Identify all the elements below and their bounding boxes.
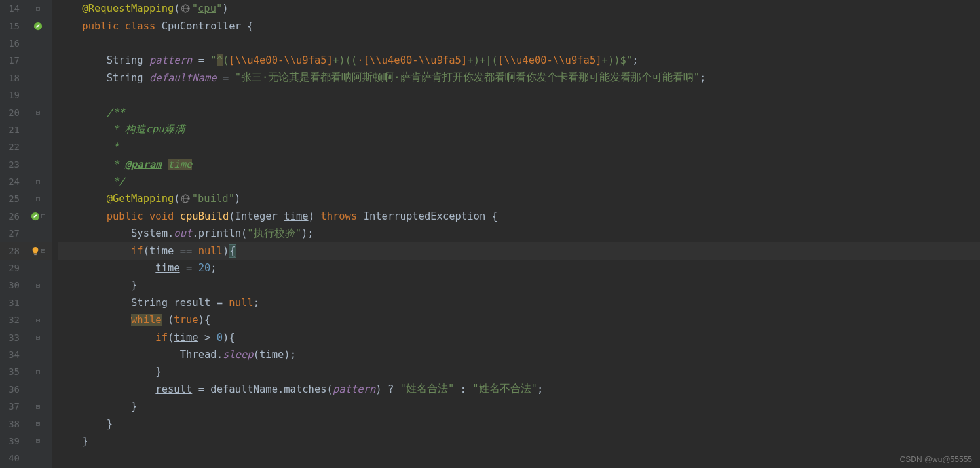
- fold-end-icon[interactable]: ⊟: [36, 368, 41, 376]
- fold-collapse-icon[interactable]: ⊟: [36, 5, 41, 13]
- code-token: +)((: [333, 54, 357, 66]
- gutter-row: 35⊟: [0, 363, 52, 380]
- fold-end-icon[interactable]: ⊟: [36, 437, 41, 445]
- fold-end-icon[interactable]: ⊟: [36, 402, 41, 411]
- code-token: "张三·无论其是看都看呐阿斯顿啊·萨肯萨肯打开你发都看啊看你发个卡看那可能发看那…: [235, 71, 700, 85]
- code-line[interactable]: [58, 87, 980, 104]
- code-token: ): [223, 245, 229, 257]
- line-number[interactable]: 25: [0, 193, 24, 204]
- fold-collapse-icon[interactable]: ⊟: [36, 316, 41, 324]
- code-token: ": [216, 3, 222, 14]
- code-token: * 构造cpu爆满: [113, 123, 185, 136]
- gutter-row: 21: [0, 121, 52, 138]
- fold-collapse-icon[interactable]: ⊟: [36, 195, 41, 203]
- code-token: =: [210, 297, 229, 309]
- line-number[interactable]: 23: [0, 159, 24, 170]
- code-token: [58, 245, 131, 257]
- code-line[interactable]: result = defaultName.matches(pattern) ? …: [58, 381, 980, 398]
- code-line[interactable]: }: [58, 277, 980, 294]
- fold-end-icon[interactable]: ⊟: [36, 419, 41, 428]
- code-line[interactable]: @RequestMapping("cpu"): [58, 0, 980, 17]
- url-globe-icon[interactable]: [181, 193, 191, 204]
- line-number[interactable]: 39: [0, 436, 24, 446]
- code-line[interactable]: public void cpuBuild(Integer time) throw…: [58, 208, 980, 225]
- code-line[interactable]: }: [58, 363, 980, 380]
- code-line[interactable]: public class CpuController {: [58, 17, 980, 34]
- spring-icon[interactable]: [33, 22, 43, 31]
- line-number[interactable]: 35: [0, 366, 24, 377]
- code-token: time: [259, 349, 284, 361]
- code-line[interactable]: String pattern = "^([\\u4e00-\\u9fa5]+)(…: [58, 52, 980, 69]
- line-number[interactable]: 14: [0, 3, 24, 14]
- line-number[interactable]: 21: [0, 125, 24, 135]
- gutter-icons: ⊟: [24, 402, 52, 411]
- fold-collapse-icon[interactable]: ⊟: [41, 246, 46, 255]
- code-line[interactable]: }: [58, 433, 980, 450]
- code-token: if: [155, 332, 168, 343]
- fold-collapse-icon[interactable]: ⊟: [41, 212, 46, 220]
- line-number[interactable]: 17: [0, 55, 24, 66]
- gutter-icons: ⊟: [24, 368, 52, 376]
- code-line[interactable]: }: [58, 415, 980, 432]
- code-line[interactable]: [58, 450, 980, 467]
- line-number[interactable]: 30: [0, 280, 24, 290]
- line-number[interactable]: 19: [0, 90, 24, 100]
- line-number[interactable]: 29: [0, 263, 24, 273]
- intention-bulb-icon[interactable]: [31, 246, 40, 256]
- line-number[interactable]: 33: [0, 332, 24, 343]
- code-line[interactable]: *: [58, 138, 980, 155]
- code-line[interactable]: */: [58, 173, 980, 190]
- code-line[interactable]: /**: [58, 104, 980, 121]
- code-token: 0: [217, 332, 223, 343]
- line-number[interactable]: 22: [0, 142, 24, 152]
- line-number[interactable]: 38: [0, 419, 24, 429]
- line-number[interactable]: 15: [0, 21, 24, 31]
- line-number[interactable]: 37: [0, 401, 24, 412]
- fold-collapse-icon[interactable]: ⊟: [36, 333, 41, 341]
- line-number[interactable]: 20: [0, 107, 24, 118]
- gutter-row: 18: [0, 69, 52, 87]
- code-line[interactable]: while (true){: [58, 311, 980, 328]
- line-number[interactable]: 28: [0, 246, 24, 256]
- code-line[interactable]: if(time > 0){: [58, 328, 980, 345]
- spring-icon[interactable]: [31, 212, 40, 221]
- line-number[interactable]: 40: [0, 453, 24, 463]
- code-token: :: [454, 383, 472, 395]
- code-line[interactable]: }: [58, 398, 980, 415]
- fold-collapse-icon[interactable]: ⊟: [36, 108, 41, 117]
- line-number[interactable]: 32: [0, 315, 24, 325]
- gutter-row: 37⊟: [0, 398, 52, 415]
- code-line[interactable]: * 构造cpu爆满: [58, 121, 980, 138]
- url-globe-icon[interactable]: [181, 3, 191, 14]
- code-line[interactable]: @GetMapping("build"): [58, 190, 980, 207]
- code-line[interactable]: String result = null;: [58, 294, 980, 311]
- code-area[interactable]: @RequestMapping("cpu") public class CpuC…: [52, 0, 980, 468]
- code-line[interactable]: * @param time: [58, 156, 980, 173]
- code-token: [58, 3, 82, 14]
- gutter-row: 27: [0, 225, 52, 242]
- line-number[interactable]: 16: [0, 38, 24, 49]
- code-line[interactable]: Thread.sleep(time);: [58, 346, 980, 363]
- code-token: null: [229, 297, 253, 309]
- code-line[interactable]: if(time == null){: [58, 242, 980, 259]
- line-number[interactable]: 26: [0, 211, 24, 222]
- code-line[interactable]: [58, 35, 980, 52]
- fold-end-icon[interactable]: ⊟: [36, 178, 41, 186]
- code-token: build: [198, 193, 229, 205]
- code-token: =: [217, 72, 235, 84]
- gutter-icons: ⊟: [24, 281, 52, 290]
- code-token: (: [162, 314, 174, 326]
- line-number[interactable]: 27: [0, 228, 24, 239]
- code-token: ): [309, 210, 321, 222]
- fold-end-icon[interactable]: ⊟: [36, 281, 41, 290]
- code-token: *: [113, 141, 119, 153]
- line-number[interactable]: 34: [0, 349, 24, 360]
- line-number[interactable]: 24: [0, 176, 24, 187]
- line-number[interactable]: 18: [0, 73, 24, 83]
- code-line[interactable]: System.out.println("执行校验");: [58, 225, 980, 242]
- line-number[interactable]: 31: [0, 298, 24, 308]
- code-token: (: [254, 349, 259, 361]
- line-number[interactable]: 36: [0, 384, 24, 395]
- code-line[interactable]: time = 20;: [58, 260, 980, 277]
- code-line[interactable]: String defaultName = "张三·无论其是看都看呐阿斯顿啊·萨肯…: [58, 69, 980, 87]
